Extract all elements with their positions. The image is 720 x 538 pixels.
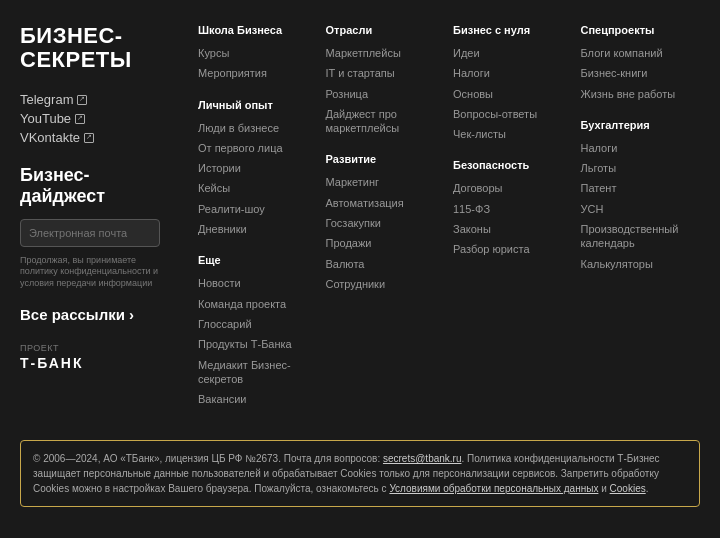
nav-col-4: Спецпроекты Блоги компаний Бизнес-книги … (573, 24, 701, 412)
nav-nalogi[interactable]: Налоги (453, 66, 565, 80)
nav-valyuta[interactable]: Валюта (326, 257, 438, 271)
youtube-link[interactable]: YouTube (20, 111, 170, 126)
nav-keysy[interactable]: Кейсы (198, 181, 310, 195)
nav-patent[interactable]: Патент (581, 181, 693, 195)
nav-sotrudniki[interactable]: Сотрудники (326, 277, 438, 291)
nav-lyudi[interactable]: Люди в бизнесе (198, 121, 310, 135)
footer-period: . (646, 483, 649, 494)
nav-ot-pervogo[interactable]: От первого лица (198, 141, 310, 155)
all-newsletters-link[interactable]: Все рассылки › (20, 306, 170, 323)
tbank-logo: Т-БАНК (20, 355, 170, 371)
brand-title: БИЗНЕС-СЕКРЕТЫ (20, 24, 170, 72)
nav-blogi[interactable]: Блоги компаний (581, 46, 693, 60)
col4-subheader: Бухгалтерия (581, 119, 693, 131)
nav-dogovory[interactable]: Договоры (453, 181, 565, 195)
footer-email[interactable]: secrets@tbank.ru (383, 453, 462, 464)
vkontakte-link[interactable]: VKontakte (20, 130, 170, 145)
external-icon (84, 133, 94, 143)
nav-komanda[interactable]: Команда проекта (198, 297, 310, 311)
nav-daydzhest[interactable]: Дайджест про маркетплейсы (326, 107, 438, 136)
col4-header: Спецпроекты (581, 24, 693, 36)
nav-zakony[interactable]: Законы (453, 222, 565, 236)
col1-subheader: Личный опыт (198, 99, 310, 111)
telegram-link[interactable]: Telegram (20, 92, 170, 107)
email-input[interactable] (20, 219, 160, 247)
nav-zhizn[interactable]: Жизнь вне работы (581, 87, 693, 101)
nav-meropriyatiya[interactable]: Мероприятия (198, 66, 310, 80)
footer-main-text: © 2006—2024, АО «ТБанк», лицензия ЦБ РФ … (33, 453, 383, 464)
nav-nalogi2[interactable]: Налоги (581, 141, 693, 155)
nav-novosti[interactable]: Новости (198, 276, 310, 290)
nav-razborista[interactable]: Разбор юриста (453, 242, 565, 256)
nav-usn[interactable]: УСН (581, 202, 693, 216)
footer-and: и (598, 483, 609, 494)
nav-mediakit[interactable]: Медиакит Бизнес-секретов (198, 358, 310, 387)
youtube-label: YouTube (20, 111, 71, 126)
nav-kalkulyatory[interactable]: Калькуляторы (581, 257, 693, 271)
nav-col-2: Отрасли Маркетплейсы IT и стартапы Розни… (318, 24, 446, 412)
nav-chek-listy[interactable]: Чек-листы (453, 127, 565, 141)
nav-voprosy[interactable]: Вопросы-ответы (453, 107, 565, 121)
col3-header: Бизнес с нуля (453, 24, 565, 36)
nav-lgoty[interactable]: Льготы (581, 161, 693, 175)
nav-prodazhi[interactable]: Продажи (326, 236, 438, 250)
nav-idei[interactable]: Идеи (453, 46, 565, 60)
nav-glossariy[interactable]: Глоссарий (198, 317, 310, 331)
nav-dnevniki[interactable]: Дневники (198, 222, 310, 236)
nav-115fz[interactable]: 115-ФЗ (453, 202, 565, 216)
content-area: БИЗНЕС-СЕКРЕТЫ Telegram YouTube VKontakt… (0, 0, 720, 432)
nav-istorii[interactable]: Истории (198, 161, 310, 175)
telegram-label: Telegram (20, 92, 73, 107)
nav-marketing[interactable]: Маркетинг (326, 175, 438, 189)
nav-columns: Школа Бизнеса Курсы Мероприятия Личный о… (180, 24, 700, 412)
vkontakte-label: VKontakte (20, 130, 80, 145)
nav-realiti[interactable]: Реалити-шоу (198, 202, 310, 216)
nav-produkty[interactable]: Продукты Т-Банка (198, 337, 310, 351)
social-links: Telegram YouTube VKontakte (20, 92, 170, 145)
project-label: проект (20, 343, 170, 353)
footer-link-cookies[interactable]: Cookies (610, 483, 646, 494)
footer: © 2006—2024, АО «ТБанк», лицензия ЦБ РФ … (20, 440, 700, 507)
col3-subheader: Безопасность (453, 159, 565, 171)
nav-vakansii[interactable]: Вакансии (198, 392, 310, 406)
nav-col-3: Бизнес с нуля Идеи Налоги Основы Вопросы… (445, 24, 573, 412)
nav-col-1: Школа Бизнеса Курсы Мероприятия Личный о… (190, 24, 318, 412)
external-icon (77, 95, 87, 105)
footer-link-personal[interactable]: Условиями обработки персональных данных (389, 483, 598, 494)
col2-subheader: Развитие (326, 153, 438, 165)
col1-header: Школа Бизнеса (198, 24, 310, 36)
external-icon (75, 114, 85, 124)
col2-header: Отрасли (326, 24, 438, 36)
nav-roznitsa[interactable]: Розница (326, 87, 438, 101)
privacy-text: Продолжая, вы принимаете политику конфид… (20, 255, 170, 290)
nav-osnovy[interactable]: Основы (453, 87, 565, 101)
nav-knigi[interactable]: Бизнес-книги (581, 66, 693, 80)
page-wrapper: БИЗНЕС-СЕКРЕТЫ Telegram YouTube VKontakt… (0, 0, 720, 519)
nav-marketplaces[interactable]: Маркетплейсы (326, 46, 438, 60)
nav-it[interactable]: IT и стартапы (326, 66, 438, 80)
nav-calendar[interactable]: Производственный календарь (581, 222, 693, 251)
digest-title: Бизнес-дайджест (20, 165, 170, 206)
col1-sub2header: Еще (198, 254, 310, 266)
left-sidebar: БИЗНЕС-СЕКРЕТЫ Telegram YouTube VKontakt… (20, 24, 180, 412)
nav-avtomatizatsiya[interactable]: Автоматизация (326, 196, 438, 210)
nav-goszakupki[interactable]: Госзакупки (326, 216, 438, 230)
nav-kursy[interactable]: Курсы (198, 46, 310, 60)
